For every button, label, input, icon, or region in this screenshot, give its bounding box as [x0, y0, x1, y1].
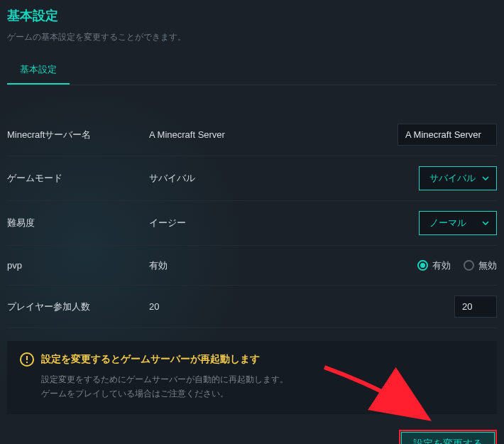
svg-rect-1: [26, 356, 28, 360]
row-max-players: プレイヤー参加人数 20: [7, 286, 497, 328]
label-game-mode: ゲームモード: [7, 172, 149, 185]
page-title: 基本設定: [7, 4, 497, 31]
label-difficulty: 難易度: [7, 217, 149, 229]
notice-restart: 設定を変更するとゲームサーバーが再起動します 設定変更をするためにゲームサーバー…: [7, 341, 497, 414]
page-subtitle: ゲームの基本設定を変更することができます。: [7, 31, 497, 58]
current-pvp: 有効: [149, 259, 291, 272]
radio-dot-icon: [464, 260, 474, 271]
select-game-mode-value: サバイバル: [429, 173, 476, 183]
row-difficulty: 難易度 イージー ノーマル: [7, 201, 497, 246]
warning-icon: [20, 352, 34, 367]
chevron-down-icon: [482, 221, 489, 225]
current-game-mode: サバイバル: [149, 172, 291, 185]
tab-basic-settings[interactable]: 基本設定: [7, 58, 70, 85]
radio-dot-icon: [417, 260, 428, 271]
radio-pvp-enabled[interactable]: 有効: [417, 259, 451, 272]
label-max-players: プレイヤー参加人数: [7, 300, 149, 313]
input-max-players[interactable]: [454, 296, 497, 318]
row-pvp: pvp 有効 有効 無効: [7, 246, 497, 286]
radio-pvp-disabled[interactable]: 無効: [464, 259, 497, 272]
notice-title: 設定を変更するとゲームサーバーが再起動します: [41, 353, 260, 366]
current-max-players: 20: [149, 301, 291, 312]
input-server-name[interactable]: [398, 124, 497, 146]
action-bar: 設定を変更する: [7, 430, 497, 444]
notice-line-2: ゲームをプレイしている場合はご注意ください。: [41, 386, 484, 401]
radio-pvp-disabled-label: 無効: [478, 259, 497, 272]
radio-pvp-enabled-label: 有効: [432, 259, 451, 272]
label-pvp: pvp: [7, 260, 149, 271]
current-difficulty: イージー: [149, 217, 291, 229]
current-server-name: A Minecraft Server: [149, 129, 291, 140]
row-game-mode: ゲームモード サバイバル サバイバル: [7, 156, 497, 201]
select-game-mode[interactable]: サバイバル: [419, 166, 497, 190]
chevron-down-icon: [482, 176, 489, 180]
tabs: 基本設定: [7, 58, 497, 85]
select-difficulty[interactable]: ノーマル: [419, 211, 497, 235]
select-difficulty-value: ノーマル: [429, 217, 466, 228]
notice-line-1: 設定変更をするためにゲームサーバーが自動的に再起動します。: [41, 372, 484, 386]
row-server-name: Minecraftサーバー名 A Minecraft Server: [7, 114, 497, 156]
radio-group-pvp: 有効 無効: [417, 259, 497, 272]
svg-rect-2: [26, 362, 28, 363]
save-settings-button[interactable]: 設定を変更する: [399, 430, 497, 444]
label-server-name: Minecraftサーバー名: [7, 129, 149, 141]
